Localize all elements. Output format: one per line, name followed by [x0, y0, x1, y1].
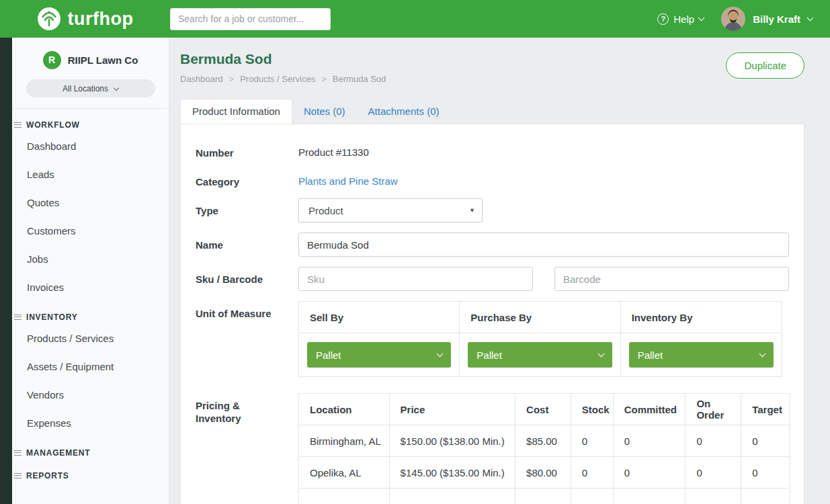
cost-cell: $85.00 [515, 425, 571, 456]
pricing-inventory-label: Pricing & Inventory [196, 393, 298, 425]
sell-by-value: Pallet [316, 349, 341, 361]
sidebar-item-invoices[interactable]: Invoices [12, 273, 169, 301]
global-search [170, 8, 331, 30]
user-name: Billy Kraft [753, 13, 800, 25]
locations-filter-label: All Locations [63, 84, 108, 93]
user-menu[interactable]: Billy Kraft [721, 7, 813, 31]
price-cell: $145.00 ($135.00 Min.) [390, 457, 515, 488]
breadcrumb-products-services[interactable]: Products / Services [223, 74, 316, 84]
committed-cell [614, 489, 686, 504]
uom-cell-inventory-by: Pallet [621, 333, 782, 376]
on-order-cell: 0 [686, 457, 741, 488]
chevron-down-icon [759, 351, 766, 358]
location-cell [299, 489, 390, 504]
location-link[interactable]: Birmingham, AL [299, 425, 390, 456]
select-caret-icon: ▼ [469, 207, 475, 214]
main-content: Bermuda Sod Dashboard Products / Service… [169, 38, 830, 504]
location-link[interactable]: Opelika, AL [299, 457, 390, 488]
chevron-down-icon [437, 351, 444, 358]
stock-cell: 0 [571, 457, 614, 488]
section-lines-icon [14, 450, 22, 456]
table-row: Birmingham, AL $150.00 ($138.00 Min.) $8… [299, 425, 790, 457]
type-select[interactable]: Product ▼ [298, 198, 483, 222]
col-on-order: On Order [686, 394, 741, 425]
section-lines-icon [14, 122, 22, 128]
sidebar-section-management[interactable]: MANAGEMENT [12, 437, 169, 460]
sidebar: R RIIPL Lawn Co All Locations WORKFLOW D… [12, 38, 169, 504]
section-lines-icon [14, 473, 22, 478]
breadcrumb-current: Bermuda Sod [315, 74, 386, 84]
col-location: Location [299, 394, 390, 425]
field-name: Name [196, 233, 789, 257]
field-pricing-inventory: Pricing & Inventory Location Price Cost … [196, 393, 789, 504]
stock-cell: 0 [571, 425, 614, 456]
company-switcher[interactable]: R RIIPL Lawn Co [12, 38, 169, 71]
top-bar: turfhop ? Help Billy Kraft [0, 0, 830, 38]
sidebar-item-customers[interactable]: Customers [12, 216, 169, 245]
pricing-table: Location Price Cost Stock Committed On O… [298, 393, 790, 504]
barcode-input[interactable] [554, 267, 789, 291]
duplicate-button[interactable]: Duplicate [726, 52, 804, 79]
chevron-down-icon [698, 14, 705, 21]
search-input[interactable] [170, 8, 331, 30]
target-cell [741, 489, 790, 504]
unit-of-measure-label: Unit of Measure [196, 301, 298, 320]
sidebar-item-leads[interactable]: Leads [12, 160, 169, 188]
sidebar-item-dashboard[interactable]: Dashboard [12, 132, 169, 160]
sidebar-item-expenses[interactable]: Expenses [12, 409, 169, 437]
page-title: Bermuda Sod [180, 51, 804, 67]
left-rail [0, 38, 12, 504]
stock-cell [571, 489, 614, 504]
page-header: Bermuda Sod Dashboard Products / Service… [180, 51, 804, 84]
tab-attachments[interactable]: Attachments (0) [357, 99, 451, 124]
category-link[interactable]: Plants and Pine Straw [298, 169, 398, 187]
cost-cell: $80.00 [515, 457, 571, 488]
col-price: Price [390, 394, 515, 425]
help-menu[interactable]: ? Help [657, 13, 704, 25]
target-cell: 0 [741, 425, 790, 456]
target-cell: 0 [741, 457, 790, 488]
type-label: Type [196, 198, 298, 217]
price-cell: $150.00 ($138.00 Min.) [390, 425, 515, 456]
type-select-value: Product [308, 205, 343, 216]
sidebar-item-jobs[interactable]: Jobs [12, 245, 169, 273]
col-cost: Cost [515, 394, 571, 425]
company-logo-icon: R [43, 51, 61, 69]
pricing-header-row: Location Price Cost Stock Committed On O… [299, 394, 790, 425]
sidebar-item-quotes[interactable]: Quotes [12, 188, 169, 216]
sidebar-item-assets-equipment[interactable]: Assets / Equipment [12, 352, 169, 380]
committed-cell: 0 [614, 457, 686, 488]
sidebar-section-workflow[interactable]: WORKFLOW [12, 109, 169, 132]
uom-cell-sell-by: Pallet [299, 333, 460, 376]
help-icon: ? [657, 13, 669, 25]
breadcrumb-dashboard[interactable]: Dashboard [180, 74, 223, 84]
avatar [721, 7, 745, 31]
on-order-cell [686, 489, 741, 504]
table-row: Opelika, AL $145.00 ($135.00 Min.) $80.0… [299, 457, 790, 489]
tab-product-information[interactable]: Product Information [180, 99, 292, 124]
on-order-cell: 0 [686, 425, 741, 456]
chevron-down-icon [597, 351, 604, 358]
cost-cell [515, 489, 571, 504]
sidebar-item-vendors[interactable]: Vendors [12, 380, 169, 409]
help-label: Help [673, 13, 694, 25]
sidebar-section-reports[interactable]: REPORTS [12, 460, 169, 482]
brand-link[interactable]: turfhop [0, 6, 169, 32]
field-unit-of-measure: Unit of Measure Sell By Purchase By Inve… [196, 301, 789, 377]
name-input[interactable] [298, 233, 789, 257]
sku-input[interactable] [298, 267, 533, 291]
col-committed: Committed [614, 394, 686, 425]
tab-notes[interactable]: Notes (0) [292, 99, 357, 124]
locations-filter[interactable]: All Locations [26, 79, 155, 97]
section-lines-icon [14, 314, 22, 320]
sell-by-select[interactable]: Pallet [307, 342, 451, 368]
col-stock: Stock [571, 394, 614, 425]
field-category: Category Plants and Pine Straw [196, 169, 789, 188]
inventory-by-select[interactable]: Pallet [629, 342, 774, 368]
table-row-partial [299, 489, 790, 504]
sidebar-item-products-services[interactable]: Products / Services [12, 324, 169, 352]
purchase-by-select[interactable]: Pallet [468, 342, 612, 368]
name-label: Name [196, 233, 298, 251]
category-label: Category [196, 169, 298, 188]
sidebar-section-inventory[interactable]: INVENTORY [12, 301, 169, 324]
